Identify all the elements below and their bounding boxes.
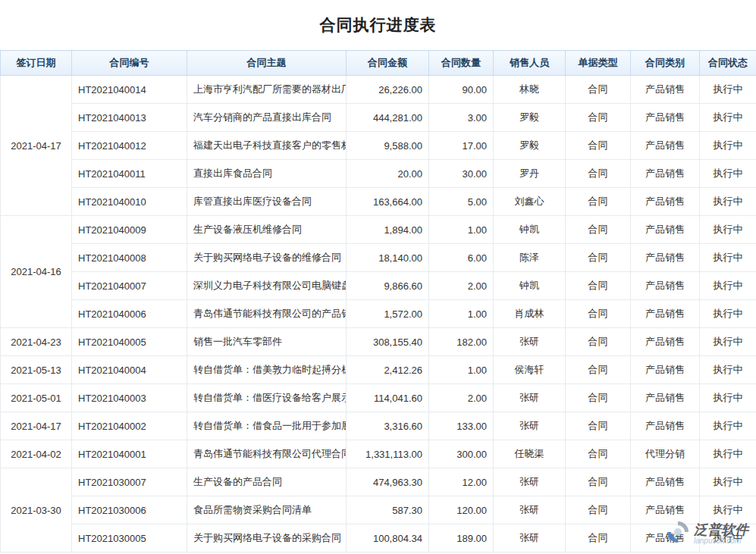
cell-subject[interactable]: 库管直接出库医疗设备合同	[187, 188, 347, 216]
cell-contract-no[interactable]: HT2021040003	[72, 384, 187, 412]
cell-status: 执行中	[700, 76, 756, 104]
table-row: 2021-04-17HT2021040014上海市亨利汽配厂所需要的器材出厂合同…	[1, 76, 756, 104]
cell-subject[interactable]: 生产设备液压机维修合同	[187, 216, 347, 244]
cell-contract-no[interactable]: HT2021040008	[72, 244, 187, 272]
cell-sales-person[interactable]: 张研	[494, 524, 566, 552]
cell-subject[interactable]: 汽车分销商的产品直接出库合同	[187, 104, 347, 132]
cell-sales-person[interactable]: 肖成林	[494, 300, 566, 328]
column-header-amount[interactable]: 合同金额	[347, 51, 429, 76]
cell-amount: 1,331,113.00	[347, 440, 429, 468]
cell-sales-person[interactable]: 侯海轩	[494, 356, 566, 384]
cell-contract-no[interactable]: HT2021040007	[72, 272, 187, 300]
cell-quantity: 12.00	[429, 468, 494, 496]
cell-sign-date: 2021-05-01	[1, 384, 72, 412]
cell-quantity: 2.00	[429, 272, 494, 300]
cell-sales-person[interactable]: 钟凯	[494, 272, 566, 300]
cell-contract-no[interactable]: HT2021040002	[72, 412, 187, 440]
cell-amount: 100,804.34	[347, 524, 429, 552]
cell-contract-no[interactable]: HT2021040004	[72, 356, 187, 384]
cell-doc-type: 合同	[566, 384, 631, 412]
cell-category: 产品销售	[631, 216, 700, 244]
cell-subject[interactable]: 关于购买网络电子设备的维修合同	[187, 244, 347, 272]
cell-category: 产品销售	[631, 300, 700, 328]
page-title: 合同执行进度表	[0, 0, 756, 50]
cell-category: 产品销售	[631, 188, 700, 216]
cell-contract-no[interactable]: HT2021040001	[72, 440, 187, 468]
cell-contract-no[interactable]: HT2021040012	[72, 132, 187, 160]
cell-subject[interactable]: 青岛伟通节能科技有限公司的产品销售	[187, 300, 347, 328]
cell-sales-person[interactable]: 张研	[494, 328, 566, 356]
column-header-sign-date[interactable]: 签订日期	[1, 51, 72, 76]
cell-subject[interactable]: 转自借货单：借美敦力临时起搏分机	[187, 356, 347, 384]
cell-sign-date: 2021-04-17	[1, 412, 72, 440]
cell-category: 产品销售	[631, 160, 700, 188]
cell-sales-person[interactable]: 张研	[494, 496, 566, 524]
cell-amount: 9,588.00	[347, 132, 429, 160]
cell-amount: 1,894.00	[347, 216, 429, 244]
cell-status: 执行中	[700, 216, 756, 244]
cell-contract-no[interactable]: HT2021030006	[72, 496, 187, 524]
cell-sales-person[interactable]: 罗毅	[494, 132, 566, 160]
column-header-quantity[interactable]: 合同数量	[429, 51, 494, 76]
column-header-status[interactable]: 合同状态	[700, 51, 756, 76]
cell-category: 产品销售	[631, 384, 700, 412]
cell-status: 执行中	[700, 412, 756, 440]
cell-subject[interactable]: 食品所需物资采购合同清单	[187, 496, 347, 524]
cell-subject[interactable]: 上海市亨利汽配厂所需要的器材出厂合同	[187, 76, 347, 104]
cell-sales-person[interactable]: 钟凯	[494, 216, 566, 244]
cell-doc-type: 合同	[566, 524, 631, 552]
cell-quantity: 1.00	[429, 216, 494, 244]
cell-doc-type: 合同	[566, 412, 631, 440]
cell-quantity: 1.00	[429, 300, 494, 328]
cell-quantity: 90.00	[429, 76, 494, 104]
column-header-contract-no[interactable]: 合同编号	[72, 51, 187, 76]
cell-subject[interactable]: 直接出库食品合同	[187, 160, 347, 188]
table-row: HT2021030006食品所需物资采购合同清单587.30120.00张研合同…	[1, 496, 756, 524]
cell-sales-person[interactable]: 张研	[494, 384, 566, 412]
cell-subject[interactable]: 转自借货单：借医疗设备给客户展示	[187, 384, 347, 412]
cell-status: 执行中	[700, 328, 756, 356]
table-row: 2021-04-02HT2021040001青岛伟通节能科技有限公司代理合同1,…	[1, 440, 756, 468]
cell-subject[interactable]: 福建天出电子科技直接客户的零售材料	[187, 132, 347, 160]
column-header-doc-type[interactable]: 单据类型	[566, 51, 631, 76]
cell-sales-person[interactable]: 张研	[494, 468, 566, 496]
cell-category: 产品销售	[631, 356, 700, 384]
cell-contract-no[interactable]: HT2021030007	[72, 468, 187, 496]
cell-doc-type: 合同	[566, 356, 631, 384]
cell-contract-no[interactable]: HT2021040006	[72, 300, 187, 328]
cell-amount: 3,316.60	[347, 412, 429, 440]
cell-contract-no[interactable]: HT2021030005	[72, 524, 187, 552]
column-header-subject[interactable]: 合同主题	[187, 51, 347, 76]
cell-sales-person[interactable]: 罗丹	[494, 160, 566, 188]
cell-doc-type: 合同	[566, 104, 631, 132]
cell-subject[interactable]: 生产设备的产品合同	[187, 468, 347, 496]
cell-sales-person[interactable]: 张研	[494, 412, 566, 440]
column-header-sales-person[interactable]: 销售人员	[494, 51, 566, 76]
cell-doc-type: 合同	[566, 440, 631, 468]
cell-sales-person[interactable]: 林晓	[494, 76, 566, 104]
cell-contract-no[interactable]: HT2021040013	[72, 104, 187, 132]
cell-subject[interactable]: 深圳义力电子科技有限公司电脑键盘	[187, 272, 347, 300]
cell-contract-no[interactable]: HT2021040011	[72, 160, 187, 188]
table-row: HT2021030005关于购买网络电子设备的采购合同100,804.34189…	[1, 524, 756, 552]
cell-subject[interactable]: 关于购买网络电子设备的采购合同	[187, 524, 347, 552]
cell-sales-person[interactable]: 刘鑫心	[494, 188, 566, 216]
cell-sales-person[interactable]: 任晓渠	[494, 440, 566, 468]
cell-amount: 114,041.60	[347, 384, 429, 412]
cell-contract-no[interactable]: HT2021040014	[72, 76, 187, 104]
cell-subject[interactable]: 青岛伟通节能科技有限公司代理合同	[187, 440, 347, 468]
cell-sales-person[interactable]: 罗毅	[494, 104, 566, 132]
cell-subject[interactable]: 转自借货单：借食品一批用于参加展	[187, 412, 347, 440]
cell-quantity: 133.00	[429, 412, 494, 440]
column-header-category[interactable]: 合同类别	[631, 51, 700, 76]
cell-status: 执行中	[700, 524, 756, 552]
cell-contract-no[interactable]: HT2021040005	[72, 328, 187, 356]
cell-amount: 587.30	[347, 496, 429, 524]
cell-quantity: 6.00	[429, 244, 494, 272]
cell-contract-no[interactable]: HT2021040010	[72, 188, 187, 216]
cell-contract-no[interactable]: HT2021040009	[72, 216, 187, 244]
cell-category: 产品销售	[631, 468, 700, 496]
cell-subject[interactable]: 销售一批汽车零部件	[187, 328, 347, 356]
table-header-row: 签订日期合同编号合同主题合同金额合同数量销售人员单据类型合同类别合同状态	[1, 51, 756, 76]
cell-sales-person[interactable]: 陈泽	[494, 244, 566, 272]
